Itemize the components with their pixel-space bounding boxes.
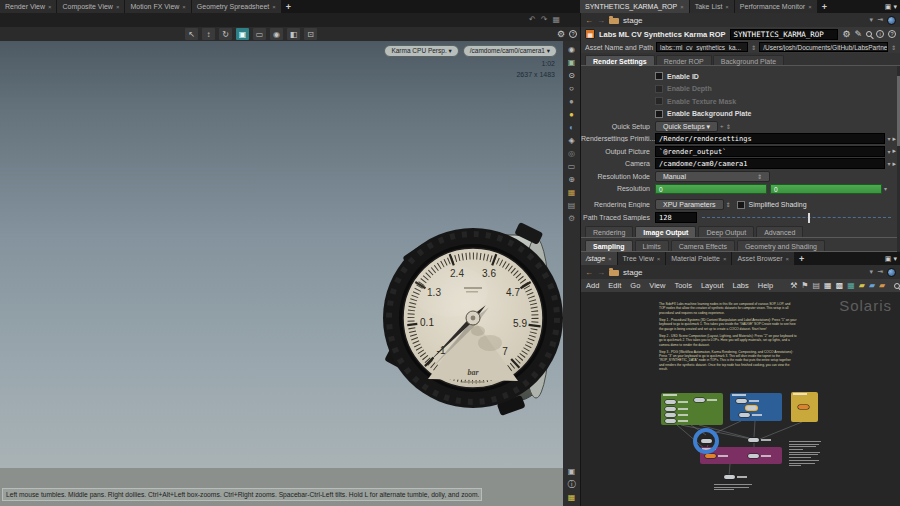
tab-geometry-and-shading[interactable]: Geometry and Shading xyxy=(737,240,825,251)
xpu-parameters-button[interactable]: XPU Parameters xyxy=(655,199,724,210)
pivot-icon[interactable]: ◎ xyxy=(568,149,575,158)
hand-tool-icon[interactable]: ⊕ xyxy=(568,175,575,184)
node-chooser-icon[interactable]: ▸ xyxy=(892,160,896,168)
help-icon[interactable]: ? xyxy=(888,30,896,38)
spinner-icon[interactable]: ⇕ xyxy=(726,123,731,130)
node[interactable] xyxy=(665,407,676,411)
snapshot-gallery-icon[interactable]: ▦ xyxy=(552,15,560,24)
close-icon[interactable]: × xyxy=(116,4,120,10)
enable-background-plate-checkbox[interactable] xyxy=(655,110,663,118)
menu-edit[interactable]: Edit xyxy=(608,281,621,290)
close-icon[interactable]: × xyxy=(182,4,186,10)
close-icon[interactable]: × xyxy=(723,256,727,262)
resolution-x-field[interactable]: 0 xyxy=(655,184,767,194)
pane-menu-icon[interactable]: ▾ xyxy=(893,3,897,11)
tab-motion-fx-view[interactable]: Motion FX View× xyxy=(125,0,191,13)
pane-menu-icon[interactable]: ▾ xyxy=(893,255,897,263)
tools-icon[interactable]: ⚒ xyxy=(790,281,797,290)
menu-view[interactable]: View xyxy=(649,281,665,290)
gear-icon[interactable]: ⚙ xyxy=(842,29,850,39)
node-name-input[interactable]: SYNTHETICS_KARMA_ROP xyxy=(730,29,839,40)
forward-arrow-icon[interactable]: → xyxy=(597,268,605,277)
tab-geometry-spreadsheet[interactable]: Geometry Spreadsheet× xyxy=(192,0,282,13)
close-icon[interactable]: × xyxy=(808,4,812,10)
tab-deep-output[interactable]: Deep Output xyxy=(698,226,754,237)
asset-path-field[interactable]: /Users/josh/Documents/GitHub/LabsPartner… xyxy=(759,42,888,52)
material-shading-icon[interactable]: ◈ xyxy=(568,136,574,145)
samples-input[interactable]: 128 xyxy=(655,212,697,223)
pen-icon[interactable]: ✎ xyxy=(854,29,862,39)
spinner-icon[interactable]: ⇕ xyxy=(726,201,731,208)
tab-composite-view[interactable]: Composite View× xyxy=(57,0,125,13)
node[interactable] xyxy=(701,439,712,443)
list-icon[interactable]: ▤ xyxy=(813,281,821,290)
close-icon[interactable]: × xyxy=(657,256,661,262)
menu-go[interactable]: Go xyxy=(630,281,640,290)
path-dropdown-icon[interactable]: ▾ xyxy=(870,16,874,24)
breadcrumb[interactable]: stage xyxy=(623,16,643,25)
forward-arrow-icon[interactable]: → xyxy=(597,16,605,25)
shadow-light-icon[interactable]: ◐ xyxy=(569,123,574,132)
pin-icon[interactable]: ⇥ xyxy=(877,268,883,276)
pane-layout-icon[interactable]: ▣ xyxy=(885,3,892,11)
color-grid-icon[interactable]: ▦ xyxy=(568,493,576,502)
netbox-yellow[interactable] xyxy=(791,392,818,422)
teal-panel-icon[interactable]: ▦ xyxy=(847,281,855,290)
tab-take-list[interactable]: Take List× xyxy=(690,0,735,13)
new-tab-button[interactable]: + xyxy=(282,0,295,13)
lock-icon[interactable]: ⊙ xyxy=(568,71,575,80)
back-arrow-icon[interactable]: ← xyxy=(585,268,593,277)
quick-setups-button[interactable]: Quick Setups ▾ xyxy=(655,121,718,132)
sticky-note-icon[interactable]: ▰ xyxy=(859,281,865,290)
path-dropdown-icon[interactable]: ▾ xyxy=(870,268,874,276)
enable-id-checkbox[interactable] xyxy=(655,72,663,80)
headlight-icon[interactable]: ○ xyxy=(569,84,574,93)
info-icon[interactable]: ⓘ xyxy=(568,480,576,489)
tab-limits[interactable]: Limits xyxy=(635,240,669,251)
grid-view-icon[interactable]: ▩ xyxy=(836,281,844,290)
close-icon[interactable]: × xyxy=(786,256,790,262)
tab-performance-monitor[interactable]: Performance Monitor× xyxy=(735,0,818,13)
camera-icon[interactable]: ⊡ xyxy=(304,28,317,40)
dropdown-icon[interactable]: ▾ xyxy=(887,148,890,155)
close-icon[interactable]: × xyxy=(48,4,52,10)
search-icon[interactable] xyxy=(894,283,900,289)
tab-rendering[interactable]: Rendering xyxy=(585,226,633,237)
snapshot-small-icon[interactable]: ▣ xyxy=(568,467,576,476)
network-canvas[interactable]: Solaris The SideFX Labs machine learning… xyxy=(581,292,900,506)
node[interactable] xyxy=(748,454,759,458)
output-picture-input[interactable]: `@render_output` xyxy=(655,146,885,157)
normal-lights-icon[interactable]: ● xyxy=(569,97,574,106)
asset-name-dropdown[interactable]: labs::ml_cv_synthetics_ka... xyxy=(656,42,748,52)
node-selected[interactable] xyxy=(746,406,757,410)
snapshot-icon[interactable]: ◧ xyxy=(287,28,300,40)
globe-icon[interactable] xyxy=(887,16,896,25)
tab-render-rop[interactable]: Render ROP xyxy=(656,55,712,65)
select-tool-icon[interactable]: ↖ xyxy=(185,28,198,40)
close-icon[interactable]: × xyxy=(725,4,729,10)
bounding-box-icon[interactable]: ▭ xyxy=(568,162,576,171)
tab-stage[interactable]: /stage× xyxy=(581,252,618,265)
dropdown-icon[interactable]: ▾ xyxy=(887,160,890,167)
node[interactable] xyxy=(665,413,676,417)
back-arrow-icon[interactable]: ← xyxy=(585,16,593,25)
close-icon[interactable]: × xyxy=(272,4,276,10)
undo-icon[interactable]: ↶ xyxy=(529,15,536,24)
camera-selector[interactable]: /camdome/cam0/camera1 ▾ xyxy=(463,45,557,57)
flag-icon[interactable]: ⚑ xyxy=(801,281,808,290)
render-viewport[interactable]: Karma CPU Persp. ▾ /camdome/cam0/camera1… xyxy=(0,41,563,468)
info-icon[interactable]: i xyxy=(876,30,884,38)
tab-tree-view[interactable]: Tree View× xyxy=(618,252,667,265)
plus-icon[interactable]: + xyxy=(720,123,724,129)
move-tool-icon[interactable]: ↕ xyxy=(202,28,215,40)
node-chooser-icon[interactable]: ▸ xyxy=(892,135,896,143)
pin-icon[interactable]: ⇥ xyxy=(877,16,883,24)
render-view-icon[interactable]: ▣ xyxy=(568,58,576,67)
globe-icon[interactable] xyxy=(887,268,896,277)
dropdown-icon[interactable]: ▾ xyxy=(884,185,887,192)
netbox-green[interactable] xyxy=(661,393,723,425)
breadcrumb[interactable]: stage xyxy=(623,268,643,277)
tab-render-settings[interactable]: Render Settings xyxy=(585,55,655,65)
netbox-blue[interactable] xyxy=(730,393,782,421)
tab-asset-browser[interactable]: Asset Browser× xyxy=(732,252,795,265)
